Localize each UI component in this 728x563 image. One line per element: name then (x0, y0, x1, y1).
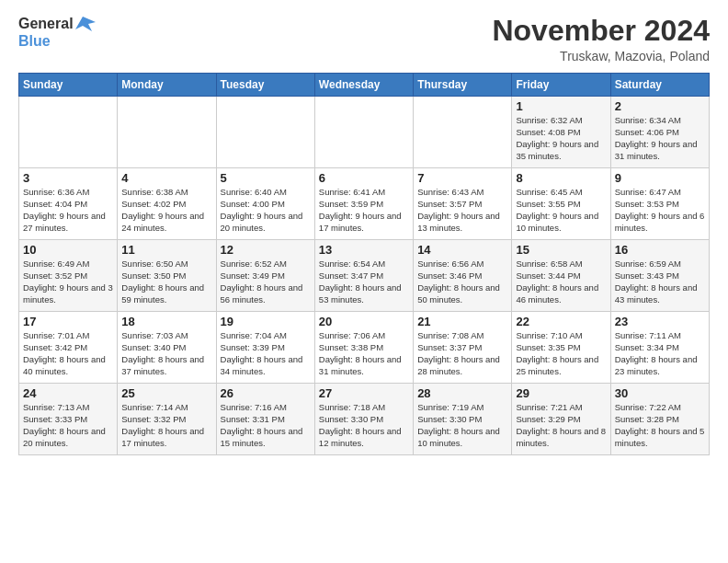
cell-w1-d5: 8Sunrise: 6:45 AM Sunset: 3:55 PM Daylig… (512, 168, 610, 240)
day-number-18: 18 (121, 315, 211, 328)
day-number-3: 3 (23, 171, 113, 185)
day-number-26: 26 (221, 386, 311, 400)
cell-w1-d0: 3Sunrise: 6:36 AM Sunset: 4:04 PM Daylig… (19, 168, 118, 240)
day-number-25: 25 (121, 386, 211, 400)
day-info-26: Sunrise: 7:16 AM Sunset: 3:31 PM Dayligh… (221, 402, 311, 449)
month-title: November 2024 (492, 15, 710, 47)
day-info-8: Sunrise: 6:45 AM Sunset: 3:55 PM Dayligh… (516, 187, 606, 234)
day-info-11: Sunrise: 6:50 AM Sunset: 3:50 PM Dayligh… (121, 259, 211, 305)
logo: General Blue (18, 15, 96, 50)
cell-w2-d3: 13Sunrise: 6:54 AM Sunset: 3:47 PM Dayli… (314, 240, 413, 312)
day-number-8: 8 (516, 171, 606, 185)
day-number-21: 21 (417, 315, 507, 328)
cell-w1-d4: 7Sunrise: 6:43 AM Sunset: 3:57 PM Daylig… (414, 168, 512, 240)
week-row-4: 24Sunrise: 7:13 AM Sunset: 3:33 PM Dayli… (19, 384, 710, 455)
day-info-25: Sunrise: 7:14 AM Sunset: 3:32 PM Dayligh… (121, 402, 211, 449)
day-info-24: Sunrise: 7:13 AM Sunset: 3:33 PM Dayligh… (23, 402, 113, 449)
cell-w4-d1: 25Sunrise: 7:14 AM Sunset: 3:32 PM Dayli… (118, 384, 216, 455)
cell-w4-d4: 28Sunrise: 7:19 AM Sunset: 3:30 PM Dayli… (414, 384, 512, 455)
logo-general: General (18, 16, 74, 32)
cell-w3-d0: 17Sunrise: 7:01 AM Sunset: 3:42 PM Dayli… (19, 312, 118, 384)
day-info-3: Sunrise: 6:36 AM Sunset: 4:04 PM Dayligh… (23, 187, 113, 234)
col-wednesday: Wednesday (314, 74, 413, 97)
week-row-2: 10Sunrise: 6:49 AM Sunset: 3:52 PM Dayli… (19, 240, 710, 312)
day-info-1: Sunrise: 6:32 AM Sunset: 4:08 PM Dayligh… (516, 115, 606, 162)
day-info-16: Sunrise: 6:59 AM Sunset: 3:43 PM Dayligh… (615, 259, 705, 305)
day-number-29: 29 (516, 386, 606, 400)
cell-w2-d4: 14Sunrise: 6:56 AM Sunset: 3:46 PM Dayli… (414, 240, 512, 312)
day-number-14: 14 (417, 243, 507, 257)
day-number-19: 19 (221, 315, 311, 328)
cell-w3-d6: 23Sunrise: 7:11 AM Sunset: 3:34 PM Dayli… (610, 312, 709, 384)
cell-w0-d0 (19, 97, 118, 168)
cell-w2-d6: 16Sunrise: 6:59 AM Sunset: 3:43 PM Dayli… (610, 240, 709, 312)
col-thursday: Thursday (414, 74, 512, 97)
cell-w3-d1: 18Sunrise: 7:03 AM Sunset: 3:40 PM Dayli… (118, 312, 216, 384)
location: Truskaw, Mazovia, Poland (492, 49, 710, 63)
cell-w2-d5: 15Sunrise: 6:58 AM Sunset: 3:44 PM Dayli… (512, 240, 610, 312)
cell-w1-d6: 9Sunrise: 6:47 AM Sunset: 3:53 PM Daylig… (610, 168, 709, 240)
header-row: Sunday Monday Tuesday Wednesday Thursday… (19, 74, 710, 97)
day-number-6: 6 (319, 171, 409, 185)
title-block: November 2024 Truskaw, Mazovia, Poland (492, 15, 710, 63)
day-info-18: Sunrise: 7:03 AM Sunset: 3:40 PM Dayligh… (121, 330, 211, 377)
day-number-12: 12 (221, 243, 311, 257)
cell-w0-d5: 1Sunrise: 6:32 AM Sunset: 4:08 PM Daylig… (512, 97, 610, 168)
day-info-28: Sunrise: 7:19 AM Sunset: 3:30 PM Dayligh… (417, 402, 507, 449)
cell-w1-d3: 6Sunrise: 6:41 AM Sunset: 3:59 PM Daylig… (314, 168, 413, 240)
day-info-10: Sunrise: 6:49 AM Sunset: 3:52 PM Dayligh… (23, 259, 113, 305)
week-row-3: 17Sunrise: 7:01 AM Sunset: 3:42 PM Dayli… (19, 312, 710, 384)
col-sunday: Sunday (19, 74, 118, 97)
week-row-0: 1Sunrise: 6:32 AM Sunset: 4:08 PM Daylig… (19, 97, 710, 168)
cell-w0-d1 (118, 97, 216, 168)
day-info-2: Sunrise: 6:34 AM Sunset: 4:06 PM Dayligh… (615, 115, 705, 162)
header: General Blue November 2024 Truskaw, Mazo… (18, 15, 710, 63)
day-number-27: 27 (319, 386, 409, 400)
cell-w1-d2: 5Sunrise: 6:40 AM Sunset: 4:00 PM Daylig… (216, 168, 314, 240)
col-monday: Monday (118, 74, 216, 97)
day-number-22: 22 (516, 315, 606, 328)
day-number-30: 30 (615, 386, 705, 400)
day-info-12: Sunrise: 6:52 AM Sunset: 3:49 PM Dayligh… (221, 259, 311, 305)
day-info-14: Sunrise: 6:56 AM Sunset: 3:46 PM Dayligh… (417, 259, 507, 305)
cell-w0-d2 (216, 97, 314, 168)
cell-w3-d2: 19Sunrise: 7:04 AM Sunset: 3:39 PM Dayli… (216, 312, 314, 384)
cell-w4-d2: 26Sunrise: 7:16 AM Sunset: 3:31 PM Dayli… (216, 384, 314, 455)
day-number-23: 23 (615, 315, 705, 328)
day-info-15: Sunrise: 6:58 AM Sunset: 3:44 PM Dayligh… (516, 259, 606, 305)
day-number-10: 10 (23, 243, 113, 257)
day-info-27: Sunrise: 7:18 AM Sunset: 3:30 PM Dayligh… (319, 402, 409, 449)
cell-w4-d0: 24Sunrise: 7:13 AM Sunset: 3:33 PM Dayli… (19, 384, 118, 455)
day-number-2: 2 (615, 99, 705, 113)
day-info-4: Sunrise: 6:38 AM Sunset: 4:02 PM Dayligh… (121, 187, 211, 234)
day-number-28: 28 (417, 386, 507, 400)
day-info-13: Sunrise: 6:54 AM Sunset: 3:47 PM Dayligh… (319, 259, 409, 305)
day-info-19: Sunrise: 7:04 AM Sunset: 3:39 PM Dayligh… (221, 330, 311, 377)
day-number-20: 20 (319, 315, 409, 328)
calendar-body: 1Sunrise: 6:32 AM Sunset: 4:08 PM Daylig… (19, 97, 710, 455)
day-info-20: Sunrise: 7:06 AM Sunset: 3:38 PM Dayligh… (319, 330, 409, 377)
day-number-15: 15 (516, 243, 606, 257)
week-row-1: 3Sunrise: 6:36 AM Sunset: 4:04 PM Daylig… (19, 168, 710, 240)
day-info-29: Sunrise: 7:21 AM Sunset: 3:29 PM Dayligh… (516, 402, 606, 449)
day-info-5: Sunrise: 6:40 AM Sunset: 4:00 PM Dayligh… (221, 187, 311, 234)
day-number-13: 13 (319, 243, 409, 257)
cell-w3-d3: 20Sunrise: 7:06 AM Sunset: 3:38 PM Dayli… (314, 312, 413, 384)
day-number-16: 16 (615, 243, 705, 257)
day-number-9: 9 (615, 171, 705, 185)
cell-w3-d4: 21Sunrise: 7:08 AM Sunset: 3:37 PM Dayli… (414, 312, 512, 384)
cell-w0-d4 (414, 97, 512, 168)
cell-w4-d6: 30Sunrise: 7:22 AM Sunset: 3:28 PM Dayli… (610, 384, 709, 455)
col-tuesday: Tuesday (216, 74, 314, 97)
day-info-22: Sunrise: 7:10 AM Sunset: 3:35 PM Dayligh… (516, 330, 606, 377)
cell-w4-d3: 27Sunrise: 7:18 AM Sunset: 3:30 PM Dayli… (314, 384, 413, 455)
day-info-7: Sunrise: 6:43 AM Sunset: 3:57 PM Dayligh… (417, 187, 507, 234)
svg-marker-0 (75, 17, 96, 31)
page: General Blue November 2024 Truskaw, Mazo… (0, 0, 728, 563)
day-number-7: 7 (417, 171, 507, 185)
day-info-23: Sunrise: 7:11 AM Sunset: 3:34 PM Dayligh… (615, 330, 705, 377)
cell-w1-d1: 4Sunrise: 6:38 AM Sunset: 4:02 PM Daylig… (118, 168, 216, 240)
day-info-21: Sunrise: 7:08 AM Sunset: 3:37 PM Dayligh… (417, 330, 507, 377)
day-info-9: Sunrise: 6:47 AM Sunset: 3:53 PM Dayligh… (615, 187, 705, 234)
logo-bird-icon (75, 15, 96, 33)
